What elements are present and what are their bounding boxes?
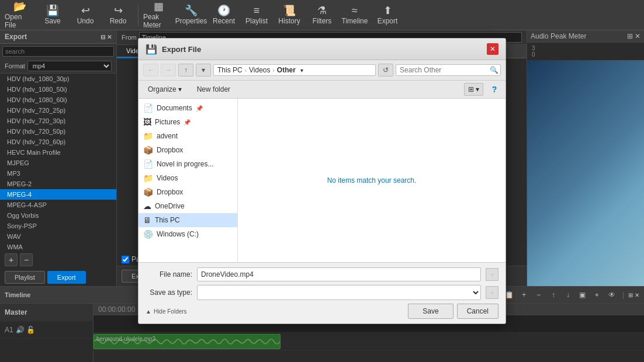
organize-dropdown-icon: ▾: [178, 85, 182, 93]
dialog-overlay: 💾 Export File ✕ ← → ↑ ▾ This PC › Videos…: [0, 0, 644, 362]
dialog-toolbar: Organize ▾ New folder ⊞ ▾ ?: [139, 81, 505, 99]
nav-recent-button[interactable]: ▾: [196, 64, 211, 76]
tree-item-dropbox-1[interactable]: 📦 Dropbox: [139, 143, 237, 157]
save-button[interactable]: Save: [408, 304, 453, 319]
tree-item-dropbox-2[interactable]: 📦 Dropbox: [139, 185, 237, 199]
dialog-body: 📄 Documents 📌 🖼 Pictures 📌 📁 advent 📦 Dr…: [139, 99, 505, 262]
videos-icon: 📁: [143, 173, 153, 183]
save-as-type-row: Save as type: ▾: [146, 285, 498, 300]
dialog-close-button[interactable]: ✕: [487, 43, 498, 55]
windows-c-icon: 💿: [143, 229, 153, 239]
breadcrumb-item-this-pc[interactable]: This PC: [217, 66, 243, 74]
dropbox-icon-2: 📦: [143, 187, 153, 197]
export-file-dialog: 💾 Export File ✕ ← → ↑ ▾ This PC › Videos…: [138, 38, 506, 324]
file-area: No items match your search.: [238, 99, 505, 262]
cancel-button[interactable]: Cancel: [457, 304, 498, 319]
tree-item-onedrive[interactable]: ☁ OneDrive: [139, 199, 237, 213]
organize-button[interactable]: Organize ▾: [143, 83, 186, 95]
new-folder-button[interactable]: New folder: [191, 83, 236, 95]
search-icon: 🔍: [490, 66, 498, 74]
documents-icon: 📄: [143, 103, 153, 113]
help-button[interactable]: ?: [488, 83, 501, 96]
hide-folders-arrow: ▲: [146, 308, 151, 315]
view-button[interactable]: ⊞ ▾: [464, 83, 483, 96]
filename-dropdown-arrow[interactable]: ▾: [486, 268, 498, 281]
dialog-title-left: 💾 Export File: [146, 44, 201, 55]
breadcrumb-sep-1: ›: [245, 67, 247, 74]
tree-item-pictures[interactable]: 🖼 Pictures 📌: [139, 115, 237, 129]
nav-back-button[interactable]: ←: [143, 64, 158, 76]
tree-item-videos[interactable]: 📁 Videos: [139, 171, 237, 185]
breadcrumb-item-other[interactable]: Other: [277, 66, 296, 74]
nav-refresh-button[interactable]: ↺: [378, 64, 393, 76]
view-dropdown-icon: ▾: [476, 85, 479, 93]
bottom-buttons: ▲ Hide Folders Save Cancel: [146, 304, 498, 319]
breadcrumb-bar: This PC › Videos › Other ▾: [213, 64, 376, 76]
dialog-title: Export File: [162, 45, 201, 54]
tree-item-windows-c[interactable]: 💿 Windows (C:): [139, 227, 237, 241]
dialog-icon: 💾: [146, 44, 157, 55]
nav-up-button[interactable]: ↑: [178, 64, 193, 76]
hide-folders-button[interactable]: ▲ Hide Folders: [146, 308, 187, 315]
tree-item-novel[interactable]: 📄 Novel in progres...: [139, 157, 237, 171]
file-tree: 📄 Documents 📌 🖼 Pictures 📌 📁 advent 📦 Dr…: [139, 99, 238, 262]
save-as-type-select[interactable]: [197, 285, 481, 300]
search-input[interactable]: [400, 66, 487, 74]
search-bar: 🔍: [396, 64, 501, 76]
tree-item-advent[interactable]: 📁 advent: [139, 129, 237, 143]
dropbox-icon-1: 📦: [143, 145, 153, 155]
no-items-message: No items match your search.: [327, 176, 417, 185]
breadcrumb-dropdown[interactable]: ▾: [300, 67, 303, 74]
nav-forward-button[interactable]: →: [161, 64, 176, 76]
pictures-icon: 🖼: [143, 117, 151, 127]
this-pc-icon: 🖥: [143, 215, 151, 225]
onedrive-icon: ☁: [143, 201, 151, 211]
dialog-titlebar: 💾 Export File ✕: [139, 39, 505, 60]
file-name-input[interactable]: [197, 267, 481, 281]
advent-icon: 📁: [143, 131, 153, 141]
breadcrumb-sep-2: ›: [273, 67, 275, 74]
tree-item-this-pc[interactable]: 🖥 This PC: [139, 213, 237, 227]
tree-item-documents[interactable]: 📄 Documents 📌: [139, 101, 237, 115]
dialog-bottom: File name: ▾ Save as type: ▾ ▲ Hide Fold…: [139, 262, 505, 323]
view-icon: ⊞: [468, 85, 474, 93]
dialog-nav: ← → ↑ ▾ This PC › Videos › Other ▾ ↺ 🔍: [139, 60, 505, 81]
breadcrumb-item-videos[interactable]: Videos: [249, 66, 270, 74]
pin-icon-2: 📌: [183, 119, 191, 126]
savetype-dropdown-arrow[interactable]: ▾: [486, 286, 498, 299]
file-name-row: File name: ▾: [146, 267, 498, 281]
novel-icon: 📄: [143, 159, 153, 169]
pin-icon-1: 📌: [196, 105, 203, 112]
